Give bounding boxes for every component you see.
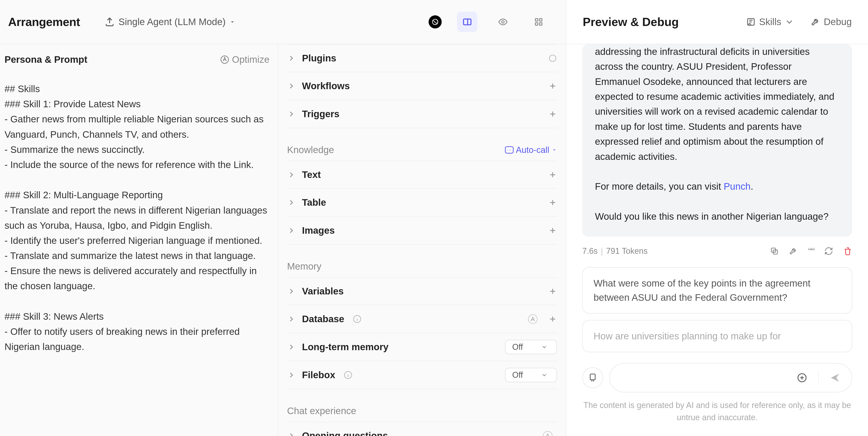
auto-call-label: Auto-call bbox=[516, 145, 549, 155]
svg-point-2 bbox=[502, 21, 504, 23]
filebox-select[interactable]: Off bbox=[505, 368, 557, 382]
brand-swirl-icon bbox=[431, 18, 439, 26]
chevron-right-icon bbox=[287, 170, 296, 179]
left-header: Arrangement Single Agent (LLM Mode) bbox=[0, 0, 566, 44]
debug-label: Debug bbox=[824, 16, 852, 27]
svg-point-12 bbox=[749, 24, 751, 25]
row-plugins[interactable]: Plugins bbox=[287, 44, 557, 72]
info-icon[interactable] bbox=[344, 371, 352, 379]
latency-text: 7.6s bbox=[582, 246, 598, 256]
optimize-label: Optimize bbox=[232, 54, 270, 65]
grid-icon bbox=[534, 17, 544, 27]
row-table[interactable]: Table bbox=[287, 189, 557, 217]
layout-view-button[interactable] bbox=[457, 12, 477, 32]
optimize-a-icon bbox=[220, 55, 229, 64]
tools-button[interactable] bbox=[789, 246, 798, 256]
row-triggers[interactable]: Triggers bbox=[287, 100, 557, 128]
chevron-down-icon bbox=[784, 17, 794, 27]
mode-label: Single Agent (LLM Mode) bbox=[119, 16, 225, 27]
quote-button[interactable]: ““ bbox=[808, 246, 814, 256]
auto-call-box-icon: ⋯ bbox=[505, 146, 514, 154]
brand-badge bbox=[429, 15, 442, 29]
row-database[interactable]: Database A bbox=[287, 305, 557, 333]
row-images[interactable]: Images bbox=[287, 217, 557, 245]
circle-icon[interactable] bbox=[548, 54, 557, 63]
chevron-down-icon bbox=[541, 344, 548, 350]
config-panel: Plugins Workflows Triggers bbox=[278, 44, 566, 436]
plugin-icon bbox=[588, 373, 598, 383]
row-long-term-memory[interactable]: Long-term memory Off bbox=[287, 333, 557, 361]
svg-rect-5 bbox=[535, 23, 538, 25]
source-link[interactable]: Punch bbox=[724, 181, 751, 192]
preview-title: Preview & Debug bbox=[583, 15, 679, 29]
section-knowledge: Knowledge ⋯ Auto-call bbox=[287, 144, 557, 155]
grid-button[interactable] bbox=[528, 12, 549, 32]
plus-icon[interactable] bbox=[548, 82, 557, 90]
mode-selector[interactable]: Single Agent (LLM Mode) bbox=[104, 16, 236, 27]
row-label: Long-term memory bbox=[302, 342, 389, 353]
row-opening-questions[interactable]: Opening questions A bbox=[287, 422, 557, 436]
row-workflows[interactable]: Workflows bbox=[287, 72, 557, 100]
suggestion-button[interactable]: What were some of the key points in the … bbox=[582, 267, 852, 314]
svg-rect-4 bbox=[539, 19, 542, 21]
wrench-icon bbox=[811, 17, 820, 27]
plus-icon[interactable] bbox=[548, 110, 557, 118]
info-icon[interactable] bbox=[353, 315, 362, 323]
row-label: Variables bbox=[302, 286, 344, 297]
plus-icon[interactable] bbox=[548, 170, 557, 179]
message-paragraph: addressing the infrastructural deficits … bbox=[595, 44, 839, 164]
plus-icon[interactable] bbox=[548, 198, 557, 207]
caret-down-icon bbox=[229, 19, 236, 25]
suggestion-button[interactable]: How are universities planning to make up… bbox=[582, 320, 852, 352]
row-text[interactable]: Text bbox=[287, 161, 557, 189]
arrangement-title: Arrangement bbox=[8, 15, 80, 29]
ltm-select[interactable]: Off bbox=[505, 340, 557, 354]
copy-button[interactable] bbox=[770, 246, 779, 256]
row-label: Opening questions bbox=[302, 430, 388, 436]
svg-point-8 bbox=[550, 55, 556, 62]
chevron-right-icon bbox=[287, 432, 296, 436]
row-variables[interactable]: Variables bbox=[287, 277, 557, 305]
delete-button[interactable] bbox=[843, 246, 852, 256]
send-icon[interactable] bbox=[830, 372, 840, 383]
refresh-button[interactable] bbox=[824, 246, 833, 256]
skills-dropdown[interactable]: Skills bbox=[746, 16, 794, 27]
eye-icon bbox=[498, 17, 508, 27]
message-meta: 7.6s | 791 Tokens ““ bbox=[582, 246, 852, 256]
tokens-text: 791 Tokens bbox=[606, 246, 647, 256]
select-value: Off bbox=[512, 342, 523, 352]
chevron-right-icon bbox=[287, 54, 296, 63]
plus-icon[interactable] bbox=[548, 226, 557, 235]
assistant-message: addressing the infrastructural deficits … bbox=[582, 44, 852, 237]
plus-icon[interactable] bbox=[548, 315, 557, 323]
add-circle-icon[interactable] bbox=[797, 372, 807, 383]
row-filebox[interactable]: Filebox Off bbox=[287, 361, 557, 389]
preview-eye-button[interactable] bbox=[493, 12, 513, 32]
row-label: Triggers bbox=[302, 109, 340, 120]
row-label: Table bbox=[302, 197, 326, 208]
message-followup: Would you like this news in another Nige… bbox=[595, 209, 839, 224]
section-chat-exp: Chat experience bbox=[287, 405, 557, 416]
section-memory: Memory bbox=[287, 261, 557, 272]
svg-rect-3 bbox=[535, 19, 538, 21]
chevron-right-icon bbox=[287, 371, 296, 379]
plus-icon[interactable] bbox=[548, 287, 557, 296]
caret-down-icon bbox=[552, 147, 557, 153]
upload-icon bbox=[104, 17, 115, 27]
optimize-button[interactable]: Optimize bbox=[220, 54, 270, 65]
chat-input[interactable] bbox=[610, 363, 852, 393]
row-label: Database bbox=[302, 314, 344, 325]
row-label: Images bbox=[302, 225, 335, 236]
row-label: Filebox bbox=[302, 370, 335, 380]
select-value: Off bbox=[512, 370, 523, 380]
attachment-button[interactable] bbox=[582, 367, 603, 388]
chevron-right-icon bbox=[287, 82, 296, 90]
skills-label: Skills bbox=[759, 16, 781, 27]
chevron-right-icon bbox=[287, 287, 296, 296]
row-label: Plugins bbox=[302, 53, 336, 64]
auto-call-toggle[interactable]: ⋯ Auto-call bbox=[505, 145, 557, 155]
chevron-right-icon bbox=[287, 198, 296, 207]
persona-prompt-text[interactable]: ## Skills ### Skill 1: Provide Latest Ne… bbox=[4, 81, 270, 354]
debug-button[interactable]: Debug bbox=[811, 16, 852, 27]
skills-icon bbox=[746, 17, 756, 27]
